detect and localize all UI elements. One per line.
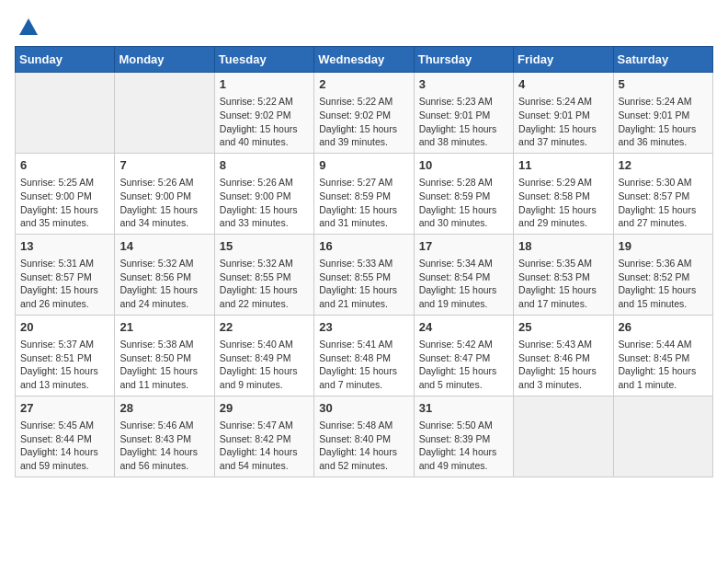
cell-info: Sunset: 8:58 PM [518, 190, 608, 203]
day-number: 16 [319, 238, 408, 255]
cell-info: Sunset: 8:42 PM [220, 432, 309, 446]
day-number: 18 [518, 238, 608, 255]
cell-info: Sunrise: 5:46 AM [119, 419, 209, 432]
day-number: 4 [518, 76, 608, 93]
cell-info: Sunrise: 5:26 AM [119, 176, 209, 190]
column-header-monday: Monday [115, 47, 214, 73]
cell-info: Sunset: 9:01 PM [518, 109, 608, 122]
day-number: 2 [319, 76, 408, 93]
cell-info: Sunrise: 5:33 AM [319, 257, 408, 270]
calendar-cell: 28Sunrise: 5:46 AMSunset: 8:43 PMDayligh… [115, 396, 214, 477]
cell-info: Daylight: 15 hours and 5 minutes. [419, 364, 508, 391]
cell-info: Sunrise: 5:47 AM [220, 419, 309, 432]
cell-info: Sunrise: 5:24 AM [619, 95, 708, 109]
cell-info: Sunrise: 5:22 AM [319, 95, 408, 109]
column-header-friday: Friday [514, 47, 613, 73]
calendar-cell: 19Sunrise: 5:36 AMSunset: 8:52 PMDayligh… [613, 234, 712, 315]
cell-info: Daylight: 15 hours and 22 minutes. [220, 283, 309, 310]
calendar-cell: 29Sunrise: 5:47 AMSunset: 8:42 PMDayligh… [214, 396, 313, 477]
cell-info: Sunset: 8:52 PM [619, 270, 708, 284]
day-number: 12 [619, 157, 708, 174]
cell-info: Sunrise: 5:27 AM [319, 176, 408, 190]
cell-info: Sunset: 8:56 PM [119, 270, 209, 284]
column-header-saturday: Saturday [613, 47, 712, 73]
cell-info: Sunset: 9:02 PM [220, 109, 309, 122]
calendar-cell: 4Sunrise: 5:24 AMSunset: 9:01 PMDaylight… [514, 73, 613, 154]
logo-icon [16, 15, 41, 40]
calendar-cell: 30Sunrise: 5:48 AMSunset: 8:40 PMDayligh… [314, 396, 414, 477]
cell-info: Sunset: 8:54 PM [419, 270, 508, 284]
day-number: 3 [419, 76, 508, 93]
cell-info: Sunset: 8:46 PM [518, 351, 608, 365]
cell-info: Daylight: 15 hours and 38 minutes. [419, 122, 508, 149]
cell-info: Sunset: 8:57 PM [619, 190, 708, 203]
cell-info: Daylight: 15 hours and 26 minutes. [20, 283, 109, 310]
cell-info: Daylight: 15 hours and 33 minutes. [220, 203, 309, 230]
cell-info: Daylight: 15 hours and 39 minutes. [319, 122, 408, 149]
cell-info: Sunrise: 5:42 AM [419, 338, 508, 351]
column-header-tuesday: Tuesday [214, 47, 313, 73]
day-number: 14 [119, 238, 209, 255]
cell-info: Daylight: 15 hours and 37 minutes. [518, 122, 608, 149]
calendar-cell: 25Sunrise: 5:43 AMSunset: 8:46 PMDayligh… [514, 315, 613, 396]
cell-info: Daylight: 14 hours and 59 minutes. [20, 445, 109, 472]
cell-info: Sunset: 9:01 PM [619, 109, 708, 122]
cell-info: Sunset: 8:51 PM [20, 351, 109, 365]
calendar-cell: 31Sunrise: 5:50 AMSunset: 8:39 PMDayligh… [414, 396, 513, 477]
cell-info: Sunrise: 5:38 AM [119, 338, 209, 351]
calendar-cell [613, 396, 712, 477]
cell-info: Sunset: 8:59 PM [419, 190, 508, 203]
cell-info: Daylight: 15 hours and 13 minutes. [20, 364, 109, 391]
page-header [15, 15, 713, 37]
day-number: 1 [220, 76, 309, 93]
cell-info: Sunrise: 5:36 AM [619, 257, 708, 270]
cell-info: Sunrise: 5:37 AM [20, 338, 109, 351]
cell-info: Daylight: 15 hours and 17 minutes. [518, 283, 608, 310]
column-header-sunday: Sunday [16, 47, 115, 73]
calendar-cell: 24Sunrise: 5:42 AMSunset: 8:47 PMDayligh… [414, 315, 513, 396]
calendar-cell: 27Sunrise: 5:45 AMSunset: 8:44 PMDayligh… [16, 396, 115, 477]
cell-info: Daylight: 15 hours and 1 minute. [619, 364, 708, 391]
day-number: 27 [20, 400, 109, 417]
day-number: 31 [419, 400, 508, 417]
day-number: 11 [518, 157, 608, 174]
day-number: 19 [619, 238, 708, 255]
cell-info: Sunset: 8:45 PM [619, 351, 708, 365]
cell-info: Sunset: 9:00 PM [20, 190, 109, 203]
cell-info: Daylight: 15 hours and 3 minutes. [518, 364, 608, 391]
cell-info: Sunrise: 5:41 AM [319, 338, 408, 351]
cell-info: Sunrise: 5:25 AM [20, 176, 109, 190]
calendar-cell: 10Sunrise: 5:28 AMSunset: 8:59 PMDayligh… [414, 153, 513, 234]
cell-info: Sunrise: 5:50 AM [419, 419, 508, 432]
day-number: 28 [119, 400, 209, 417]
calendar-cell: 6Sunrise: 5:25 AMSunset: 9:00 PMDaylight… [16, 153, 115, 234]
cell-info: Daylight: 15 hours and 34 minutes. [119, 203, 209, 230]
calendar-cell: 23Sunrise: 5:41 AMSunset: 8:48 PMDayligh… [314, 315, 414, 396]
cell-info: Daylight: 15 hours and 29 minutes. [518, 203, 608, 230]
cell-info: Sunrise: 5:40 AM [220, 338, 309, 351]
day-number: 26 [619, 319, 708, 336]
calendar-cell: 14Sunrise: 5:32 AMSunset: 8:56 PMDayligh… [115, 234, 214, 315]
day-number: 21 [119, 319, 209, 336]
cell-info: Sunset: 8:50 PM [119, 351, 209, 365]
day-number: 13 [20, 238, 109, 255]
cell-info: Daylight: 15 hours and 31 minutes. [319, 203, 408, 230]
cell-info: Sunset: 8:44 PM [20, 432, 109, 446]
column-header-thursday: Thursday [414, 47, 513, 73]
day-number: 8 [220, 157, 309, 174]
column-header-wednesday: Wednesday [314, 47, 414, 73]
calendar-cell: 9Sunrise: 5:27 AMSunset: 8:59 PMDaylight… [314, 153, 414, 234]
day-number: 5 [619, 76, 708, 93]
cell-info: Daylight: 15 hours and 27 minutes. [619, 203, 708, 230]
cell-info: Daylight: 15 hours and 15 minutes. [619, 283, 708, 310]
cell-info: Daylight: 15 hours and 35 minutes. [20, 203, 109, 230]
cell-info: Daylight: 14 hours and 56 minutes. [119, 445, 209, 472]
cell-info: Sunrise: 5:32 AM [119, 257, 209, 270]
cell-info: Sunset: 8:48 PM [319, 351, 408, 365]
calendar-cell: 16Sunrise: 5:33 AMSunset: 8:55 PMDayligh… [314, 234, 414, 315]
cell-info: Daylight: 15 hours and 19 minutes. [419, 283, 508, 310]
cell-info: Sunrise: 5:24 AM [518, 95, 608, 109]
cell-info: Daylight: 15 hours and 21 minutes. [319, 283, 408, 310]
cell-info: Sunset: 8:59 PM [319, 190, 408, 203]
day-number: 7 [119, 157, 209, 174]
